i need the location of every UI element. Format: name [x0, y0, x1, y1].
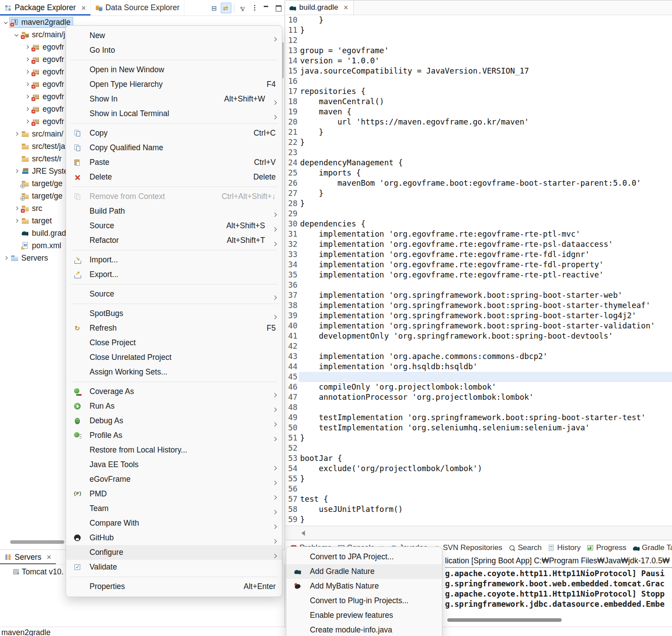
code-line-24[interactable]: 24dependencyManagement {: [285, 158, 672, 168]
expand-arrow-icon[interactable]: [23, 120, 31, 123]
expand-arrow-icon[interactable]: [12, 219, 20, 222]
minimize-icon[interactable]: [261, 3, 272, 13]
menu-item-profile-as[interactable]: Profile As: [66, 428, 282, 443]
code-line-36[interactable]: 36: [285, 280, 672, 290]
code-line-17[interactable]: 17repositories {: [285, 86, 672, 97]
menu-item-pmd[interactable]: PMD: [66, 487, 282, 501]
menu-item-run-as[interactable]: Run As: [66, 399, 282, 414]
tab-servers[interactable]: Servers ×: [0, 550, 56, 564]
menu-item-restore-from-local-history[interactable]: Restore from Local History...: [66, 443, 282, 457]
menu-item-show-in[interactable]: Show InAlt+Shift+W: [66, 92, 282, 106]
code-line-52[interactable]: 52: [285, 443, 672, 453]
code-line-19[interactable]: 19 maven {: [285, 107, 672, 117]
menu-item-export[interactable]: Export...: [66, 267, 282, 282]
collapse-all-icon[interactable]: [209, 3, 219, 13]
expand-arrow-icon[interactable]: [2, 257, 10, 259]
code-line-25[interactable]: 25 imports {: [285, 168, 672, 178]
code-line-45[interactable]: 45: [285, 372, 672, 382]
code-line-37[interactable]: 37 implementation 'org.springframework.b…: [285, 290, 672, 300]
code-line-41[interactable]: 41 developmentOnly 'org.springframework.…: [285, 331, 672, 341]
submenu-item-create-module-info-java[interactable]: Create module-info.java: [286, 623, 442, 636]
code-line-57[interactable]: 57test {: [285, 494, 672, 504]
code-line-15[interactable]: 15java.sourceCompatibility = JavaVersion…: [285, 66, 672, 76]
link-editor-icon[interactable]: [221, 3, 231, 13]
code-line-49[interactable]: 49 testImplementation 'org.springframewo…: [285, 413, 672, 423]
tab-history[interactable]: History: [545, 540, 584, 555]
menu-item-spotbugs[interactable]: SpotBugs: [66, 306, 282, 321]
code-line-30[interactable]: 30dependencies {: [285, 219, 672, 229]
menu-item-open-in-new-window[interactable]: Open in New Window: [66, 62, 282, 77]
tab-gradle-tasks[interactable]: Gradle Tasks: [629, 540, 672, 555]
menu-item-new[interactable]: New: [66, 28, 282, 43]
expand-arrow-icon[interactable]: [23, 58, 31, 61]
close-icon[interactable]: ×: [344, 4, 348, 12]
code-line-33[interactable]: 33 implementation 'org.egovframe.rte:ego…: [285, 250, 672, 260]
code-line-59[interactable]: 59}: [285, 515, 672, 525]
code-line-12[interactable]: 12: [285, 35, 672, 46]
menu-item-debug-as[interactable]: Debug As: [66, 414, 282, 428]
menu-item-show-in-local-terminal[interactable]: Show in Local Terminal: [66, 106, 282, 121]
submenu-item-add-gradle-nature[interactable]: Add Gradle Nature: [286, 564, 442, 579]
menu-item-java-ee-tools[interactable]: Java EE Tools: [66, 457, 282, 472]
code-line-54[interactable]: 54 exclude('org/projectlombok/lombok'): [285, 464, 672, 474]
menu-item-source[interactable]: Source: [66, 287, 282, 301]
expand-arrow-icon[interactable]: [23, 83, 31, 86]
code-line-51[interactable]: 51}: [285, 433, 672, 443]
code-line-42[interactable]: 42: [285, 341, 672, 351]
close-icon[interactable]: ×: [47, 553, 51, 561]
menu-item-open-type-hierarchy[interactable]: Open Type HierarchyF4: [66, 77, 282, 92]
editor-horizontal-scrollbar[interactable]: [285, 526, 672, 540]
code-line-55[interactable]: 55}: [285, 474, 672, 484]
menu-item-configure[interactable]: Configure: [66, 545, 282, 560]
code-line-22[interactable]: 22}: [285, 137, 672, 148]
submenu-item-convert-to-jpa-project[interactable]: Convert to JPA Project...: [286, 550, 442, 564]
expand-arrow-icon[interactable]: [23, 70, 31, 73]
collapse-arrow-icon[interactable]: [12, 33, 20, 36]
submenu-item-add-mybatis-nature[interactable]: Add MyBatis Nature: [286, 579, 442, 593]
close-icon[interactable]: ×: [81, 4, 86, 12]
menu-item-copy-qualified-name[interactable]: Copy Qualified Name: [66, 140, 282, 155]
menu-item-close-unrelated-project[interactable]: Close Unrelated Project: [66, 350, 282, 365]
tab-progress[interactable]: Progress: [584, 540, 629, 555]
code-line-13[interactable]: 13group = 'egovframe': [285, 46, 672, 56]
code-line-46[interactable]: 46 compileOnly 'org.projectlombok:lombok…: [285, 382, 672, 392]
tab-search[interactable]: Search: [505, 540, 545, 555]
code-line-39[interactable]: 39 implementation 'org.springframework.b…: [285, 311, 672, 321]
expand-arrow-icon[interactable]: [12, 207, 20, 210]
code-line-23[interactable]: 23: [285, 148, 672, 158]
code-line-44[interactable]: 44 implementation 'org.hsqldb:hsqldb': [285, 362, 672, 372]
menu-item-source[interactable]: SourceAlt+Shift+S: [66, 219, 282, 233]
tab-build-gradle[interactable]: build.gradle ×: [285, 0, 354, 15]
expand-arrow-icon[interactable]: [12, 133, 20, 135]
code-line-56[interactable]: 56: [285, 484, 672, 494]
scroll-left-arrow-icon[interactable]: [301, 531, 305, 536]
code-line-50[interactable]: 50 testImplementation 'org.seleniumhq.se…: [285, 423, 672, 433]
collapse-arrow-icon[interactable]: [2, 21, 10, 23]
code-line-48[interactable]: 48: [285, 402, 672, 413]
expand-arrow-icon[interactable]: [23, 108, 31, 110]
menu-item-import[interactable]: Import...: [66, 253, 282, 267]
console-scrollbar-thumb[interactable]: [447, 618, 562, 622]
code-line-16[interactable]: 16: [285, 76, 672, 86]
code-line-31[interactable]: 31 implementation 'org.egovframe.rte:ego…: [285, 229, 672, 239]
code-line-18[interactable]: 18 mavenCentral(): [285, 97, 672, 107]
kebab-menu-icon[interactable]: [249, 3, 260, 13]
submenu-item-enable-preview-features[interactable]: Enable preview features: [286, 608, 442, 623]
restore-icon[interactable]: [273, 3, 284, 13]
code-line-10[interactable]: 10 }: [285, 15, 672, 25]
code-line-58[interactable]: 58 useJUnitPlatform(): [285, 504, 672, 515]
code-editor[interactable]: 10 }11}1213group = 'egovframe'14version …: [285, 15, 672, 525]
menu-item-delete[interactable]: DeleteDelete: [66, 170, 282, 184]
expand-arrow-icon[interactable]: [23, 95, 31, 98]
menu-item-team[interactable]: Team: [66, 501, 282, 516]
menu-item-github[interactable]: GitHub: [66, 531, 282, 545]
code-line-53[interactable]: 53bootJar {: [285, 453, 672, 464]
menu-item-validate[interactable]: Validate: [66, 560, 282, 574]
tab-data-source-explorer[interactable]: Data Source Explorer: [91, 0, 184, 16]
code-line-11[interactable]: 11}: [285, 25, 672, 35]
menu-item-close-project[interactable]: Close Project: [66, 336, 282, 350]
code-line-26[interactable]: 26 mavenBom 'org.egovframe.boot:egovfram…: [285, 178, 672, 188]
code-line-34[interactable]: 34 implementation 'org.egovframe.rte:ego…: [285, 260, 672, 270]
code-line-35[interactable]: 35 implementation 'org.egovframe.rte:ego…: [285, 270, 672, 280]
code-line-32[interactable]: 32 implementation 'org.egovframe.rte:ego…: [285, 239, 672, 250]
